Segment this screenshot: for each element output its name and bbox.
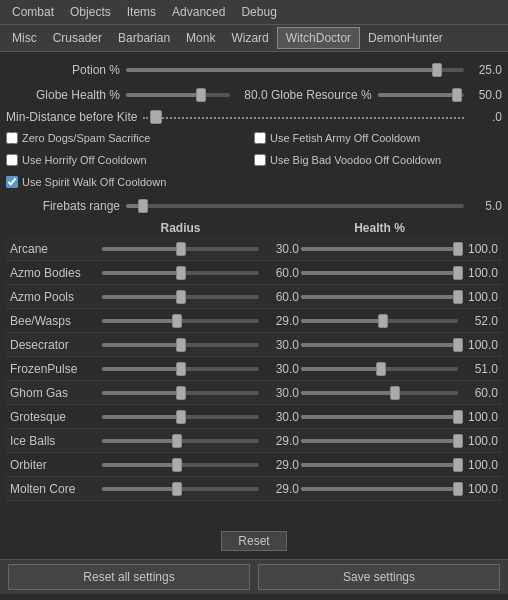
row-radius-slider-5[interactable]: [100, 367, 261, 371]
row-health-val-2: 100.0: [460, 290, 498, 304]
row-name-0: Arcane: [10, 242, 100, 256]
bigbad-checkbox[interactable]: [254, 154, 266, 166]
row-health-slider-5[interactable]: [299, 367, 460, 371]
main-content: Potion % 25.0 Globe Health % 80.0 Globe …: [0, 52, 508, 559]
row-health-slider-4[interactable]: [299, 343, 460, 347]
checkbox-row-3: Use Spirit Walk Off Cooldown: [6, 172, 502, 192]
tab-misc[interactable]: Misc: [4, 28, 45, 48]
row-radius-val-4: 30.0: [261, 338, 299, 352]
menu-bar: Combat Objects Items Advanced Debug: [0, 0, 508, 25]
row-health-slider-2[interactable]: [299, 295, 460, 299]
row-health-slider-3[interactable]: [299, 319, 460, 323]
reset-button[interactable]: Reset: [221, 531, 286, 551]
potion-row: Potion % 25.0: [6, 59, 502, 81]
row-health-val-0: 100.0: [460, 242, 498, 256]
row-radius-val-10: 29.0: [261, 482, 299, 496]
row-health-slider-8[interactable]: [299, 439, 460, 443]
min-distance-thumb[interactable]: [150, 110, 162, 124]
row-health-val-5: 51.0: [460, 362, 498, 376]
firebats-value: 5.0: [464, 199, 502, 213]
tab-demonhunter[interactable]: DemonHunter: [360, 28, 451, 48]
bigbad-label: Use Big Bad Voodoo Off Cooldown: [270, 154, 441, 166]
table-row: Bee/Wasps 29.0 52.0: [6, 309, 502, 333]
row-name-7: Grotesque: [10, 410, 100, 424]
row-radius-slider-4[interactable]: [100, 343, 261, 347]
row-health-slider-0[interactable]: [299, 247, 460, 251]
menu-advanced[interactable]: Advanced: [164, 2, 233, 22]
horrify-item: Use Horrify Off Cooldown: [6, 154, 244, 166]
row-radius-slider-2[interactable]: [100, 295, 261, 299]
row-radius-slider-3[interactable]: [100, 319, 261, 323]
table-scroll[interactable]: Arcane 30.0 100.0 Azmo Bodies: [6, 237, 502, 527]
save-settings-button[interactable]: Save settings: [258, 564, 500, 590]
row-health-slider-10[interactable]: [299, 487, 460, 491]
row-radius-slider-7[interactable]: [100, 415, 261, 419]
min-distance-label: Min-Distance before Kite: [6, 110, 143, 124]
row-health-slider-7[interactable]: [299, 415, 460, 419]
table-row: FrozenPulse 30.0 51.0: [6, 357, 502, 381]
row-health-slider-1[interactable]: [299, 271, 460, 275]
menu-combat[interactable]: Combat: [4, 2, 62, 22]
zero-dogs-label: Zero Dogs/Spam Sacrifice: [22, 132, 150, 144]
row-radius-slider-1[interactable]: [100, 271, 261, 275]
row-radius-slider-8[interactable]: [100, 439, 261, 443]
row-name-2: Azmo Pools: [10, 290, 100, 304]
row-radius-slider-9[interactable]: [100, 463, 261, 467]
globe-resource-slider[interactable]: [378, 87, 464, 103]
globe-health-slider[interactable]: [126, 87, 230, 103]
table-row: Ghom Gas 30.0 60.0: [6, 381, 502, 405]
zero-dogs-item: Zero Dogs/Spam Sacrifice: [6, 132, 244, 144]
globe-row: Globe Health % 80.0 Globe Resource % 50.…: [6, 84, 502, 106]
row-name-1: Azmo Bodies: [10, 266, 100, 280]
row-radius-slider-0[interactable]: [100, 247, 261, 251]
min-distance-value: .0: [464, 110, 502, 124]
firebats-label: Firebats range: [6, 199, 126, 213]
col-health-header: Health %: [299, 221, 460, 235]
potion-value: 25.0: [464, 63, 502, 77]
row-radius-slider-10[interactable]: [100, 487, 261, 491]
bottom-bar: Reset all settings Save settings: [0, 559, 508, 594]
row-health-val-7: 100.0: [460, 410, 498, 424]
bigbad-item: Use Big Bad Voodoo Off Cooldown: [254, 154, 492, 166]
menu-debug[interactable]: Debug: [233, 2, 284, 22]
fetish-army-checkbox[interactable]: [254, 132, 266, 144]
row-radius-val-9: 29.0: [261, 458, 299, 472]
row-health-slider-6[interactable]: [299, 391, 460, 395]
row-name-8: Ice Balls: [10, 434, 100, 448]
row-health-val-8: 100.0: [460, 434, 498, 448]
row-health-slider-9[interactable]: [299, 463, 460, 467]
menu-items[interactable]: Items: [119, 2, 164, 22]
firebats-slider[interactable]: [126, 198, 464, 214]
horrify-checkbox[interactable]: [6, 154, 18, 166]
globe-health-label: Globe Health %: [6, 88, 126, 102]
table-row: Orbiter 29.0 100.0: [6, 453, 502, 477]
table-row: Grotesque 30.0 100.0: [6, 405, 502, 429]
row-health-val-9: 100.0: [460, 458, 498, 472]
potion-slider[interactable]: [126, 62, 464, 78]
row-health-val-3: 52.0: [460, 314, 498, 328]
globe-resource-value: 50.0: [464, 88, 502, 102]
row-name-3: Bee/Wasps: [10, 314, 100, 328]
reset-all-button[interactable]: Reset all settings: [8, 564, 250, 590]
row-radius-val-3: 29.0: [261, 314, 299, 328]
menu-objects[interactable]: Objects: [62, 2, 119, 22]
tab-witchdoctor[interactable]: WitchDoctor: [277, 27, 360, 49]
table-row: Azmo Bodies 60.0 100.0: [6, 261, 502, 285]
table-row: Azmo Pools 60.0 100.0: [6, 285, 502, 309]
table-row: Desecrator 30.0 100.0: [6, 333, 502, 357]
zero-dogs-checkbox[interactable]: [6, 132, 18, 144]
fetish-army-label: Use Fetish Army Off Cooldown: [270, 132, 420, 144]
tab-crusader[interactable]: Crusader: [45, 28, 110, 48]
spiritwalk-checkbox[interactable]: [6, 176, 18, 188]
row-radius-val-8: 29.0: [261, 434, 299, 448]
row-name-5: FrozenPulse: [10, 362, 100, 376]
row-radius-val-2: 60.0: [261, 290, 299, 304]
table-row: Molten Core 29.0 100.0: [6, 477, 502, 501]
row-radius-slider-6[interactable]: [100, 391, 261, 395]
tab-barbarian[interactable]: Barbarian: [110, 28, 178, 48]
row-health-val-10: 100.0: [460, 482, 498, 496]
row-health-val-1: 100.0: [460, 266, 498, 280]
tab-wizard[interactable]: Wizard: [223, 28, 276, 48]
tab-monk[interactable]: Monk: [178, 28, 223, 48]
row-name-4: Desecrator: [10, 338, 100, 352]
